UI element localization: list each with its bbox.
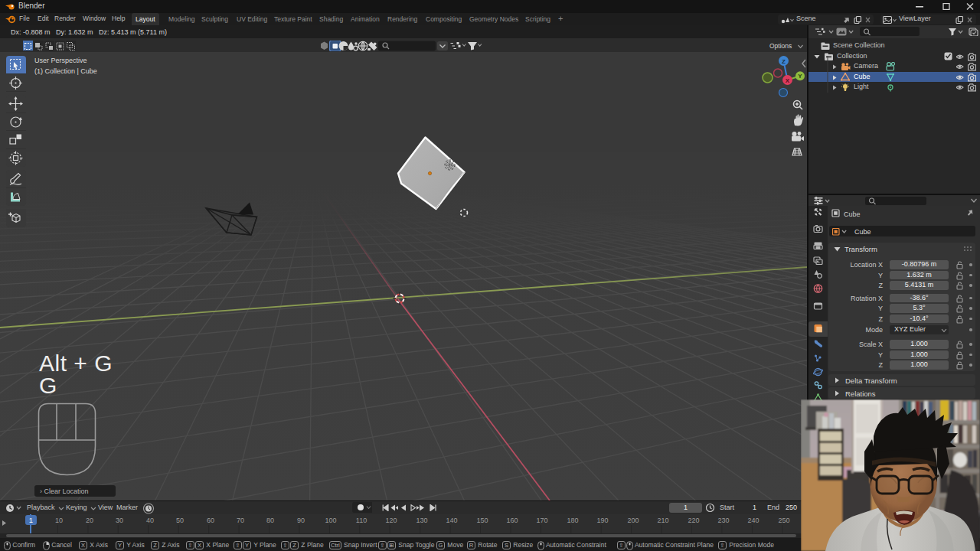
svg-text:X: X [786,77,790,84]
svg-text:Y: Y [798,73,802,80]
svg-text:Z: Z [782,58,786,65]
